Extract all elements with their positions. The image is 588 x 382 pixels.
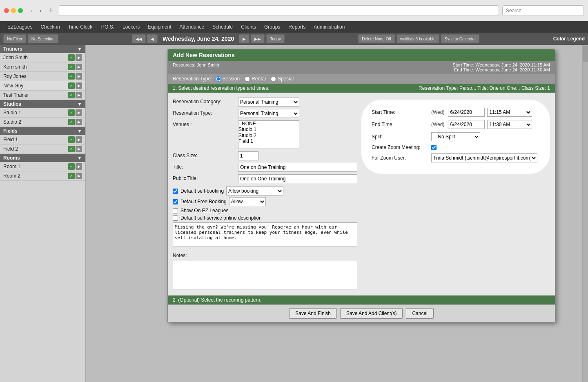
sidebar-item-test-trainer[interactable]: Test Trainer ✓ ▶ [0,91,85,100]
zoom-meeting-row: Create Zoom Meeting: [372,144,540,150]
prev-date-button[interactable]: ◀◀ [132,34,146,43]
color-legend-label: Color Legend [553,36,585,42]
next-date-button[interactable]: ▶▶ [251,34,265,43]
notes-row: Notes: [173,251,357,258]
menu-schedule[interactable]: Schedule [209,23,236,31]
sidebar-item-new-guy[interactable]: New Guy ✓ ▶ [0,81,85,91]
description-textarea[interactable]: Missing the gym? We're missing you! Rese… [173,222,357,247]
save-add-clients-button[interactable]: Save And Add Client(s) [340,308,403,319]
public-title-control [238,174,357,183]
end-time-row: End Time: (Wed) 11:00 AM 11:15 AM 11:30 … [372,120,540,129]
menu-timeclock[interactable]: Time Clock [65,23,96,31]
today-button[interactable]: Today [266,34,285,43]
reservation-type-label: Reservation Type: [173,76,212,82]
menu-equipment[interactable]: Equipment [145,23,174,31]
type-select[interactable]: Personal Training Group Training [238,109,299,118]
next-day-button[interactable]: ▶ [239,34,249,43]
radio-special[interactable] [271,76,276,82]
sidebar-item-kerri-smith[interactable]: Kerri smith ✓ ▶ [0,62,85,72]
app-toolbar: No Filter No Selection ◀◀ ◀ Wednesday, J… [0,33,588,45]
radio-rental[interactable] [245,76,250,82]
close-button[interactable] [4,8,9,13]
sidebar-item-studio2[interactable]: Studio 2 ✓ ▶ [0,118,85,127]
modal-footer: Save And Finish Save And Add Client(s) C… [168,304,555,322]
menu-clients[interactable]: Clients [238,23,259,31]
class-size-input[interactable] [238,151,258,160]
end-time-select[interactable]: 11:00 AM 11:15 AM 11:30 AM 11:45 AM [487,120,532,129]
menu-ezleagues[interactable]: EZLeagues [4,23,36,31]
no-selection-button[interactable]: No Selection [28,34,58,43]
waitlists-button[interactable]: waitlists 6 bookable [396,34,439,43]
zoom-meeting-checkbox[interactable] [431,145,437,150]
public-title-row: Public Title: [173,174,357,183]
browser-chrome: ‹ › + [0,0,588,21]
sidebar-item-room1[interactable]: Room 1 ✓ ▶ [0,162,85,171]
forward-button[interactable]: › [38,7,43,15]
default-self-booking-select[interactable]: Allow booking Disallow booking [226,187,283,195]
start-date-input[interactable] [448,108,485,117]
minimize-button[interactable] [11,8,16,13]
sidebar-item-room2[interactable]: Room 2 ✓ ▶ [0,171,85,181]
radio-session-label[interactable]: Session [216,76,240,82]
class-size-row: Class Size: [173,151,357,160]
menu-groups[interactable]: Groups [261,23,283,31]
back-button[interactable]: ‹ [29,7,35,15]
menu-attendance[interactable]: Attendance [176,23,208,31]
split-select[interactable]: -- No Split -- Split 2 [431,132,480,141]
notes-label: Notes: [173,251,238,258]
toolbar-date: Wednesday, June 24, 2020 [163,36,234,42]
title-input[interactable] [238,163,357,172]
trainer-icon-9: ✓ [68,92,75,98]
category-select[interactable]: Personal Training Group Training [238,98,299,107]
field-icon-1: ✓ [68,136,75,143]
default-free-booking-label: Default Free Booking [180,199,227,204]
public-title-input[interactable] [238,174,357,183]
radio-special-label[interactable]: Special [271,76,294,82]
radio-rental-label[interactable]: Rental [245,76,266,82]
venues-listbox[interactable]: --NONE-- Studio 1 Studio 2 Field 1 [238,120,299,149]
category-control: Personal Training Group Training [238,98,357,107]
new-tab-button[interactable]: + [46,6,56,15]
sidebar-item-studio1[interactable]: Studio 1 ✓ ▶ [0,108,85,118]
sidebar-item-field2[interactable]: Field 2 ✓ ▶ [0,144,85,154]
menu-reports[interactable]: Reports [285,23,309,31]
class-size-label: Class Size: [173,151,238,158]
show-on-ez-leagues-checkbox[interactable] [173,208,178,213]
address-bar[interactable] [59,5,499,16]
sidebar-item-roy-jones[interactable]: Roy Jones ✓ ▶ [0,72,85,81]
menu-pos[interactable]: P.O.S. [97,23,118,31]
default-self-booking-checkbox[interactable] [173,189,178,194]
trainer-icon-10: ▶ [76,92,82,98]
start-time-select[interactable]: 10:00 AM 10:15 AM 10:30 AM 10:45 AM 11:0… [487,108,532,117]
trainer-icon-2: ▶ [76,54,82,61]
maximize-button[interactable] [18,8,23,13]
default-free-booking-row: Default Free Booking Allow Disallow [173,197,357,206]
menu-administration[interactable]: Administration [310,23,348,31]
prev-day-button[interactable]: ◀ [147,34,158,43]
cancel-button[interactable]: Cancel [406,308,433,319]
type-row: Reservation Type: Personal Training Grou… [173,109,357,118]
studio-icon-4: ▶ [76,119,82,125]
step1-left-text: 1. Select desired reservation type and t… [173,85,270,91]
sidebar-item-john-smith[interactable]: John Smith ✓ ▶ [0,53,85,62]
radio-group: Session Rental Special [216,76,294,82]
notes-textarea[interactable] [173,261,357,289]
sidebar-item-field1[interactable]: Field 1 ✓ ▶ [0,135,85,144]
sync-calendar-button[interactable]: Sync to Calendar [441,34,480,43]
default-free-booking-checkbox[interactable] [173,199,178,204]
menu-lockers[interactable]: Lockers [119,23,143,31]
menu-checkin[interactable]: Check-in [37,23,63,31]
search-input[interactable] [502,5,584,16]
default-self-service-checkbox[interactable] [173,215,178,221]
radio-session[interactable] [216,76,221,82]
form-right: Start Time: (Wed) 10:00 AM 10:15 AM 10:3… [361,98,550,291]
start-time-row-label: Start Time: [372,109,429,115]
no-filter-button[interactable]: No Filter [3,34,26,43]
save-finish-button[interactable]: Save And Finish [289,308,337,319]
default-free-booking-select[interactable]: Allow Disallow [229,197,266,206]
end-date-input[interactable] [448,120,485,129]
delete-node-button[interactable]: Delete Node Off [358,34,395,43]
sidebar: Trainers ▼ John Smith ✓ ▶ Kerri smith ✓ … [0,45,86,382]
room-icon-1: ✓ [68,163,75,170]
zoom-user-select[interactable]: Trina Schmidt (tschmidt@empiresportfit.c… [431,153,537,162]
